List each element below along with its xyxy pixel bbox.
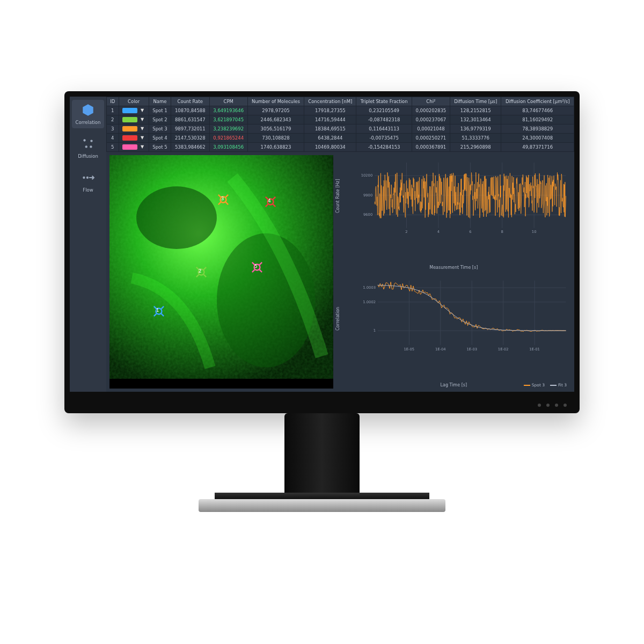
svg-line-19 (196, 274, 199, 277)
chart1-xlabel: Measurement Time [s] (429, 265, 478, 270)
svg-line-33 (260, 262, 262, 265)
svg-line-24 (218, 202, 221, 204)
svg-point-4 (90, 145, 92, 148)
chevron-down-icon[interactable]: ▼ (140, 117, 145, 122)
svg-text:10: 10 (531, 230, 536, 234)
table-header[interactable]: Diffusion Time [µs] (450, 97, 501, 106)
monitor-indicators (538, 404, 567, 407)
svg-line-14 (153, 314, 156, 317)
svg-text:9600: 9600 (363, 213, 372, 217)
svg-text:1E-04: 1E-04 (435, 347, 446, 351)
cell-color[interactable]: ▼ (119, 115, 149, 125)
cell-count-rate: 5383,984662 (171, 143, 209, 152)
svg-line-13 (161, 306, 164, 309)
svg-line-20 (203, 274, 206, 277)
table-header[interactable]: Color (119, 97, 149, 106)
cell-diff-time: 132,3013464 (450, 115, 501, 125)
cell-id: 2 (107, 115, 119, 125)
cell-color[interactable]: ▼ (119, 143, 149, 152)
spot-marker-3[interactable]: 3 (217, 194, 229, 206)
legend-item: Spot 3 (524, 383, 545, 387)
cell-cpm: 3,649193646 (209, 106, 247, 115)
svg-marker-0 (83, 104, 93, 116)
chevron-down-icon[interactable]: ▼ (140, 108, 145, 113)
table-row[interactable]: 1▼Spot 110870,845883,6491936462978,97205… (107, 106, 574, 115)
cell-diff-time: 128,2152815 (450, 106, 501, 115)
svg-line-28 (273, 197, 276, 200)
cell-color[interactable]: ▼ (119, 125, 149, 134)
cell-color[interactable]: ▼ (119, 134, 149, 143)
table-row[interactable]: 5▼Spot 55383,9846623,0931084561740,63882… (107, 143, 574, 152)
cell-concentration: 17918,27355 (304, 106, 356, 115)
sidebar-item-correlation[interactable]: Correlation (72, 100, 104, 128)
cell-diff-coef: 81,16029492 (501, 115, 574, 125)
svg-point-6 (86, 177, 89, 179)
cell-molecules: 1740,638823 (247, 143, 304, 152)
cell-molecules: 2978,97205 (247, 106, 304, 115)
svg-text:9900: 9900 (363, 193, 372, 197)
svg-text:6: 6 (469, 230, 471, 234)
svg-line-23 (226, 194, 229, 197)
spot-marker-5[interactable]: 5 (251, 261, 263, 273)
chevron-down-icon[interactable]: ▼ (140, 135, 145, 141)
spot-marker-4[interactable]: 4 (265, 196, 276, 208)
table-header[interactable]: Diffusion Coefficient [µm²/s] (501, 97, 574, 106)
cell-triplet: -0,154284153 (356, 143, 412, 152)
sidebar-item-diffusion[interactable]: Diffusion (72, 134, 104, 162)
sidebar-item-flow[interactable]: Flow (72, 167, 104, 196)
table-header[interactable]: Name (149, 97, 171, 106)
cell-triplet: -0,087482318 (356, 115, 412, 125)
cell-diff-coef: 49,87371716 (501, 143, 574, 152)
cell-color[interactable]: ▼ (119, 106, 149, 115)
cell-triplet: 0,232105549 (356, 106, 412, 115)
color-swatch (122, 144, 137, 150)
cell-name: Spot 3 (149, 125, 171, 134)
svg-line-15 (161, 314, 164, 317)
app-screen: CorrelationDiffusionFlow IDColorNameCoun… (70, 97, 574, 392)
chart2-xlabel: Lag Time [s] (441, 383, 467, 387)
chart1-ylabel: Count Rate [Hz] (335, 179, 340, 213)
table-header[interactable]: Count Rate (171, 97, 209, 106)
spot-marker-2[interactable]: 2 (195, 266, 207, 278)
cell-triplet: -0,00735475 (356, 134, 412, 143)
microscopy-image[interactable]: 12345 (109, 155, 333, 389)
table-header[interactable]: Number of Molecules (247, 97, 304, 106)
table-row[interactable]: 3▼Spot 39897,7320113,2382396923056,51617… (107, 125, 574, 134)
table-header[interactable]: Chi² (412, 97, 450, 106)
marker-label: 3 (221, 196, 224, 201)
svg-point-3 (85, 145, 87, 148)
cell-name: Spot 1 (149, 106, 171, 115)
cell-molecules: 730,108828 (247, 134, 304, 143)
cell-id: 3 (107, 125, 119, 134)
cell-name: Spot 4 (149, 134, 171, 143)
cell-cpm: 3,093108456 (209, 143, 247, 152)
marker-label: 2 (199, 268, 202, 274)
table-header[interactable]: Triplet State Fraction (356, 97, 412, 106)
svg-text:1E-02: 1E-02 (497, 347, 508, 351)
chevron-down-icon[interactable]: ▼ (140, 126, 145, 131)
svg-text:8: 8 (501, 230, 503, 234)
sidebar-item-label: Flow (83, 187, 93, 193)
marker-label: 5 (254, 264, 258, 269)
table-header[interactable]: Concentration [nM] (304, 97, 356, 106)
cell-count-rate: 9897,732011 (171, 125, 209, 134)
table-header[interactable]: ID (107, 97, 119, 106)
sidebar-item-label: Diffusion (78, 153, 98, 159)
flow-icon (81, 171, 95, 186)
svg-line-29 (266, 204, 268, 207)
cell-diff-time: 51,3333776 (450, 134, 501, 143)
svg-line-34 (252, 269, 255, 272)
chevron-down-icon[interactable]: ▼ (140, 144, 145, 150)
table-header[interactable]: CPM (209, 97, 247, 106)
svg-text:1.0003: 1.0003 (363, 286, 376, 290)
cell-triplet: 0,116443113 (356, 125, 412, 134)
cell-cpm: 3,238239692 (209, 125, 247, 134)
monitor-stand-base (199, 499, 445, 512)
cell-concentration: 14716,59444 (304, 115, 356, 125)
table-row[interactable]: 2▼Spot 28861,6315473,6218970452446,68234… (107, 115, 574, 125)
sidebar-item-label: Correlation (76, 120, 101, 125)
main-panel: IDColorNameCount RateCPMNumber of Molecu… (106, 97, 574, 392)
cell-name: Spot 5 (149, 143, 171, 152)
table-row[interactable]: 4▼Spot 42147,5303280,921865244730,108828… (107, 134, 574, 143)
spot-marker-1[interactable]: 1 (153, 305, 165, 317)
